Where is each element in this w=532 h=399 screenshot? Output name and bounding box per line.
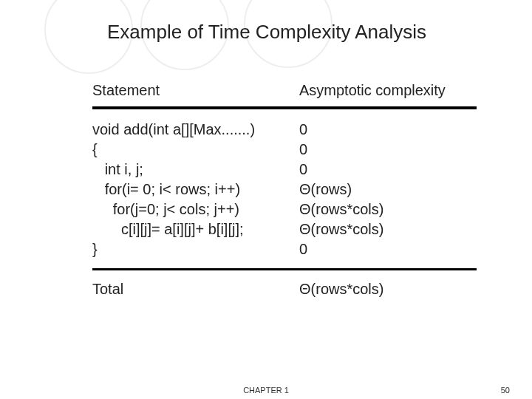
table-row: for(i= 0; i< rows; i++) Θ(rows) (92, 180, 477, 200)
stmt-cell: } (92, 239, 299, 259)
comp-cell: 0 (299, 140, 477, 160)
comp-cell: Θ(rows*cols) (299, 200, 477, 219)
comp-cell: 0 (299, 120, 477, 140)
divider (92, 106, 477, 109)
comp-cell: 0 (299, 239, 477, 259)
table-header-row: Statement Asymptotic complexity (92, 81, 477, 100)
comp-cell: 0 (299, 160, 477, 180)
table-row: { 0 (92, 140, 477, 160)
footer-chapter: CHAPTER 1 (243, 386, 289, 395)
code-block: void add(int a[][Max.......) 0 { 0 int i… (92, 120, 477, 259)
stmt-cell: int i, j; (92, 160, 299, 180)
comp-cell: Θ(rows*cols) (299, 219, 477, 239)
stmt-cell: for(i= 0; i< rows; i++) (92, 180, 299, 200)
table-row: void add(int a[][Max.......) 0 (92, 120, 477, 140)
comp-cell: Θ(rows) (299, 180, 477, 200)
header-complexity: Asymptotic complexity (299, 81, 477, 100)
table-row: } 0 (92, 239, 477, 259)
header-statement: Statement (92, 81, 299, 100)
stmt-cell: for(j=0; j< cols; j++) (92, 200, 299, 219)
divider (92, 268, 477, 270)
total-row: Total Θ(rows*cols) (92, 279, 477, 299)
table-row: int i, j; 0 (92, 160, 477, 180)
stmt-cell: { (92, 140, 299, 160)
table-row: c[i][j]= a[i][j]+ b[i][j]; Θ(rows*cols) (92, 219, 477, 239)
footer-page: 50 (501, 386, 510, 395)
total-label: Total (92, 279, 299, 299)
slide-title: Example of Time Complexity Analysis (0, 0, 532, 44)
stmt-cell: c[i][j]= a[i][j]+ b[i][j]; (92, 219, 299, 239)
total-value: Θ(rows*cols) (299, 279, 477, 299)
complexity-table: Statement Asymptotic complexity void add… (92, 81, 477, 299)
table-row: for(j=0; j< cols; j++) Θ(rows*cols) (92, 200, 477, 219)
stmt-cell: void add(int a[][Max.......) (92, 120, 299, 140)
